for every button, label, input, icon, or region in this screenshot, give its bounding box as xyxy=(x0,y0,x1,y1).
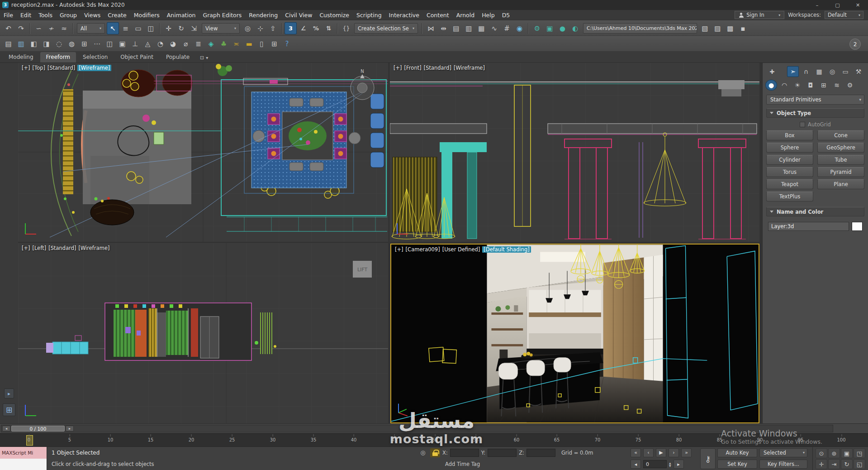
viewport-label-segment[interactable]: [+] xyxy=(22,65,30,71)
toggle-scene-explorer-button[interactable]: ▤ xyxy=(450,22,462,34)
wall-button[interactable]: ▬ xyxy=(243,38,255,50)
zoom-region-icon[interactable]: ◳ xyxy=(854,448,865,458)
helpers-category[interactable]: ⊞ xyxy=(818,80,830,91)
ribbon-tab[interactable]: Modeling xyxy=(3,52,39,62)
menu-item[interactable]: Tools xyxy=(35,10,56,20)
minimize-button[interactable]: – xyxy=(807,0,827,10)
next-key-button[interactable]: ▸ xyxy=(674,460,684,469)
menu-item[interactable]: Modifiers xyxy=(130,10,163,20)
rectangular-selection-region-button[interactable]: ▭ xyxy=(132,22,144,34)
manage-layers-button[interactable]: ◨ xyxy=(40,38,52,50)
object-type-button[interactable]: Teapot xyxy=(766,179,813,189)
open-scene-explorer-button[interactable]: ▸ xyxy=(4,388,14,398)
shapes-category[interactable]: ◠ xyxy=(778,80,790,91)
place-highlight-button[interactable]: ◬ xyxy=(142,38,154,50)
select-object-button[interactable]: ↖ xyxy=(107,22,119,34)
menu-item[interactable]: Rendering xyxy=(245,10,281,20)
go-to-end-button[interactable]: » xyxy=(681,448,692,457)
current-frame-field[interactable]: 0 xyxy=(643,460,667,468)
menu-item[interactable]: Civil View xyxy=(281,10,316,20)
doors-button[interactable]: ▯ xyxy=(256,38,268,50)
spacing-tool-button[interactable]: ⋯ xyxy=(91,38,103,50)
window-crossing-toggle[interactable]: ◫ xyxy=(145,22,157,34)
hierarchy-tab[interactable]: ▦ xyxy=(813,66,825,77)
close-button[interactable]: ✕ xyxy=(848,0,868,10)
primitives-category-dropdown[interactable]: Standard Primitives xyxy=(766,95,864,105)
object-type-button[interactable]: TextPlus xyxy=(766,192,813,201)
select-and-rotate-button[interactable]: ↻ xyxy=(175,22,187,34)
next-frame-button[interactable]: › xyxy=(669,448,679,457)
viewport-label-segment[interactable]: [+] xyxy=(394,65,402,71)
select-and-move-button[interactable]: ✛ xyxy=(162,22,175,34)
key-filters-button[interactable]: Key Filters... xyxy=(759,460,807,469)
viewport-label-segment[interactable]: [User Defined] xyxy=(442,246,480,253)
object-type-button[interactable]: GeoSphere xyxy=(817,143,864,153)
layer-explorer-button[interactable]: ▥ xyxy=(15,38,27,50)
scene-explorer-button[interactable]: ▤ xyxy=(2,38,14,50)
viewport-label-segment[interactable]: [Top] xyxy=(33,65,45,71)
previous-key-button[interactable]: ◂ xyxy=(631,460,641,469)
viewport-label-segment[interactable]: [+] xyxy=(22,245,30,251)
selection-filter-dropdown[interactable]: All xyxy=(77,23,105,34)
key-mode-dropdown[interactable]: Selected xyxy=(759,448,807,457)
render-production-button[interactable]: ● xyxy=(556,22,569,34)
menu-item[interactable]: Arnold xyxy=(453,10,478,20)
add-time-tag[interactable]: Add Time Tag xyxy=(445,461,480,467)
viewport-label-segment[interactable]: [Wireframe] xyxy=(454,65,485,71)
orbit-icon[interactable]: ↻ xyxy=(841,459,853,469)
align-button[interactable]: ⇹ xyxy=(437,22,450,34)
ribbon-tab[interactable]: Freeform xyxy=(40,52,76,62)
play-button[interactable]: ▶ xyxy=(656,448,666,457)
asset-library-button[interactable]: ▧ xyxy=(699,22,711,34)
next-frame-arrow[interactable]: ▸ xyxy=(66,426,74,432)
workspace-dropdown[interactable]: Default xyxy=(825,11,863,19)
motion-tab[interactable]: ◎ xyxy=(826,66,838,77)
schematic-view-button[interactable]: # xyxy=(501,22,513,34)
bind-to-space-warp-button[interactable]: ≈ xyxy=(58,22,70,34)
time-slider-handle[interactable]: 0 / 100 xyxy=(11,426,65,432)
set-keys-button[interactable]: ⚷ xyxy=(700,448,716,469)
curve-editor-button[interactable]: ∿ xyxy=(488,22,500,34)
array-button[interactable]: ⊞ xyxy=(78,38,90,50)
space-warps-category[interactable]: ≋ xyxy=(831,80,843,91)
object-name-field[interactable] xyxy=(768,222,849,231)
auto-key-button[interactable]: Auto Key xyxy=(717,448,757,457)
display-tab[interactable]: ▭ xyxy=(840,66,851,77)
snapshot-button[interactable]: ◫ xyxy=(104,38,116,50)
menu-item[interactable]: D5 xyxy=(498,10,514,20)
y-coord-field[interactable] xyxy=(488,449,517,457)
object-color-swatch[interactable] xyxy=(852,222,863,231)
track-bar-ruler[interactable]: 0510152025303540455055606570758085909510… xyxy=(0,434,846,447)
menu-item[interactable]: File xyxy=(0,10,17,20)
menu-item[interactable]: Edit xyxy=(17,10,35,20)
viewport-layout-tabs-button[interactable]: ⊞ xyxy=(3,403,15,416)
modify-tab[interactable]: ∩ xyxy=(800,66,812,77)
previous-frame-button[interactable]: ‹ xyxy=(643,448,654,457)
use-pivot-center-button[interactable]: ◎ xyxy=(242,22,254,34)
ribbon-tab[interactable]: Selection xyxy=(77,52,114,62)
named-selection-dropdown[interactable]: Create Selection Se xyxy=(354,23,418,34)
ribbon-config-button[interactable]: ⊡ ▾ xyxy=(196,55,212,62)
help-button[interactable]: ? xyxy=(281,38,293,50)
spinner-snap-toggle[interactable]: ⇅ xyxy=(323,22,335,34)
arnold-lights-button[interactable]: ▪ xyxy=(737,22,749,34)
maximize-viewport-toggle[interactable]: ◱ xyxy=(854,459,865,469)
menu-item[interactable]: Scripting xyxy=(353,10,385,20)
select-and-manipulate-button[interactable]: ⊹ xyxy=(254,22,266,34)
clone-options-button[interactable]: ▣ xyxy=(116,38,128,50)
viewport-label-segment[interactable]: [Camera009] xyxy=(406,246,440,253)
render-setup-button[interactable]: ⚙ xyxy=(531,22,543,34)
name-color-rollout-header[interactable]: Name and Color xyxy=(766,207,864,216)
scene-converter-button[interactable]: ▨ xyxy=(711,22,724,34)
angle-snap-toggle[interactable]: ∠ xyxy=(297,22,309,34)
create-tab[interactable]: ➣ xyxy=(787,66,799,77)
camera-viewport[interactable]: [+][Camera009][User Defined][Default Sha… xyxy=(390,244,759,423)
select-and-link-button[interactable]: ∽ xyxy=(33,22,45,34)
select-by-name-button[interactable]: ≡ xyxy=(119,22,132,34)
menu-item[interactable]: Create xyxy=(104,10,130,20)
menu-item[interactable]: Customize xyxy=(316,10,353,20)
menu-item[interactable]: Graph Editors xyxy=(199,10,246,20)
end-isolate-button[interactable]: ◍ xyxy=(66,38,78,50)
object-type-button[interactable]: Pyramid xyxy=(817,167,864,177)
object-type-rollout-header[interactable]: Object Type xyxy=(766,108,864,118)
